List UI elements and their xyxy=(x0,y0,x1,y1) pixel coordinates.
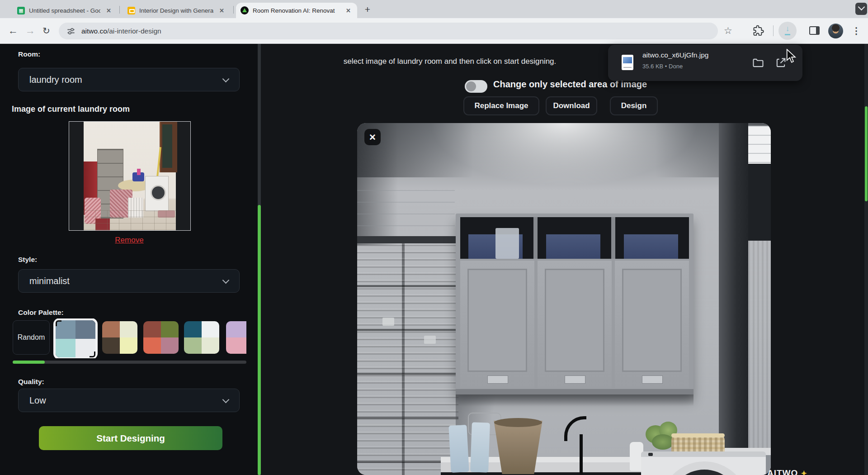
thumb-window-pane xyxy=(162,124,172,168)
page-scrollbar-thumb[interactable] xyxy=(865,106,868,201)
chevron-down-icon xyxy=(222,75,230,82)
palette-option-1-selected[interactable] xyxy=(53,318,98,358)
star-icon: ✦ xyxy=(801,470,807,475)
menu-kebab-icon[interactable]: ⋮ xyxy=(852,24,861,37)
palette-option-3[interactable] xyxy=(143,321,179,354)
woven-basket-lip xyxy=(671,433,725,437)
profile-avatar[interactable] xyxy=(828,24,843,38)
palette-random-button[interactable]: Random xyxy=(13,320,50,355)
palette-color xyxy=(226,337,244,354)
tab-untitled-spreadsheet[interactable]: ▦ Untitled spreadsheet - Goog ✕ xyxy=(13,3,118,18)
download-arrow-icon: ↓ xyxy=(785,24,791,35)
palette-color xyxy=(143,337,161,354)
door-panel xyxy=(467,269,527,372)
counter-towel xyxy=(470,422,490,472)
quality-select-value: Low xyxy=(29,395,46,406)
door-handle xyxy=(642,375,663,384)
show-in-folder-icon[interactable] xyxy=(752,57,764,69)
cabinet-door xyxy=(615,261,689,388)
room-select[interactable]: laundry room xyxy=(18,68,240,91)
counter-towel xyxy=(448,425,469,473)
site-settings-icon[interactable] xyxy=(67,27,75,35)
browser-toolbar: ← → ↻ aitwo.co/ai-interior-design ☆ ↓ ⋮ xyxy=(0,18,868,44)
new-tab-button[interactable]: + xyxy=(362,4,373,15)
selected-area-toggle[interactable] xyxy=(465,80,487,93)
extensions-icon[interactable] xyxy=(752,25,764,37)
cabinet-open-shelf xyxy=(460,217,689,259)
palette-swatch xyxy=(56,320,95,357)
tab-room-renovation-active[interactable]: Room Renovation AI: Renovat ✕ xyxy=(236,3,357,18)
folded-towels-left xyxy=(357,190,455,236)
close-tab-icon[interactable]: ✕ xyxy=(217,6,226,15)
close-image-button[interactable]: ✕ xyxy=(364,129,381,145)
random-label: Random xyxy=(18,333,45,342)
palette-color xyxy=(120,337,137,354)
palette-color xyxy=(143,321,161,337)
tab-strip: ▦ Untitled spreadsheet - Goog ✕ Interior… xyxy=(0,0,868,18)
download-button[interactable]: Download xyxy=(546,96,597,115)
start-designing-button[interactable]: Start Designing xyxy=(39,426,222,450)
forward-button[interactable]: → xyxy=(25,24,35,37)
close-tab-icon[interactable]: ✕ xyxy=(104,6,113,15)
url-text: aitwo.co/ai-interior-design xyxy=(81,27,161,35)
palette-option-4[interactable] xyxy=(184,321,219,354)
remove-image-link[interactable]: Remove xyxy=(69,236,190,245)
palette-color xyxy=(75,320,95,339)
tab-interior-design-doc[interactable]: Interior Design with Generativ ✕ xyxy=(123,3,231,18)
palette-scrollbar-thumb[interactable] xyxy=(13,361,45,364)
window-chevron-button[interactable] xyxy=(855,3,867,15)
design-button[interactable]: Design xyxy=(610,96,658,115)
quality-select[interactable]: Low xyxy=(18,389,240,412)
thumb-pink-bottle xyxy=(137,169,141,175)
sidebar-scrollbar-thumb[interactable] xyxy=(258,205,261,475)
palette-color xyxy=(161,321,179,337)
bin-label xyxy=(382,318,394,326)
palette-color xyxy=(120,321,137,337)
tab-title: Untitled spreadsheet - Goog xyxy=(29,7,100,14)
room-label: Room: xyxy=(18,50,40,58)
palette-color xyxy=(56,339,75,357)
wall-cabinets xyxy=(456,214,693,394)
palette-option-5[interactable] xyxy=(226,321,246,354)
generated-room-image: ✕ xyxy=(357,123,771,475)
back-button[interactable]: ← xyxy=(8,24,18,37)
bookmark-star-icon[interactable]: ☆ xyxy=(724,24,732,37)
thumb-floor-tiles xyxy=(84,210,176,230)
plant-foliage xyxy=(652,434,674,450)
chevron-down-icon xyxy=(222,396,230,403)
google-slides-icon xyxy=(127,7,135,14)
style-select[interactable]: minimalist xyxy=(18,269,240,293)
palette-color xyxy=(244,337,246,354)
right-dark-gap xyxy=(748,164,771,241)
cabinet-door xyxy=(460,261,534,388)
replace-image-button[interactable]: Replace Image xyxy=(463,96,539,115)
address-bar[interactable]: aitwo.co/ai-interior-design xyxy=(59,23,718,39)
door-handle xyxy=(487,375,508,384)
vessel-sink-rim xyxy=(494,418,542,427)
navy-storage-box xyxy=(624,234,678,259)
tall-cabinet-side-panel xyxy=(719,123,748,475)
ceiling-vignette xyxy=(357,123,771,177)
download-filename[interactable]: aitwo.co_x6UjGfn.jpg xyxy=(642,51,708,59)
palette-color xyxy=(75,339,95,357)
palette-color xyxy=(184,337,202,354)
washer-control-panel xyxy=(641,451,766,457)
reload-button[interactable]: ↻ xyxy=(42,24,50,37)
file-icon-line xyxy=(623,67,632,68)
palette-scrollbar[interactable] xyxy=(13,361,246,364)
quality-label: Quality: xyxy=(18,378,44,386)
palette-color xyxy=(202,337,219,354)
palette-option-2[interactable] xyxy=(102,321,137,354)
tab-title: Room Renovation AI: Renovat xyxy=(253,7,340,14)
download-popup[interactable]: aitwo.co_x6UjGfn.jpg 35.6 KB • Done xyxy=(608,45,802,81)
side-panel-icon[interactable] xyxy=(809,26,820,35)
downloads-button[interactable]: ↓ xyxy=(778,22,797,40)
design-workspace: select image of laundry room and then cl… xyxy=(261,44,864,475)
palette-color xyxy=(184,321,202,337)
jpg-file-icon xyxy=(622,55,633,70)
current-room-thumbnail[interactable] xyxy=(69,121,191,231)
design-controls-sidebar: Room: laundry room Image of current laun… xyxy=(0,44,258,475)
shelf-divider xyxy=(611,217,615,259)
download-meta: 35.6 KB • Done xyxy=(642,63,683,70)
close-tab-icon[interactable]: ✕ xyxy=(344,6,353,15)
